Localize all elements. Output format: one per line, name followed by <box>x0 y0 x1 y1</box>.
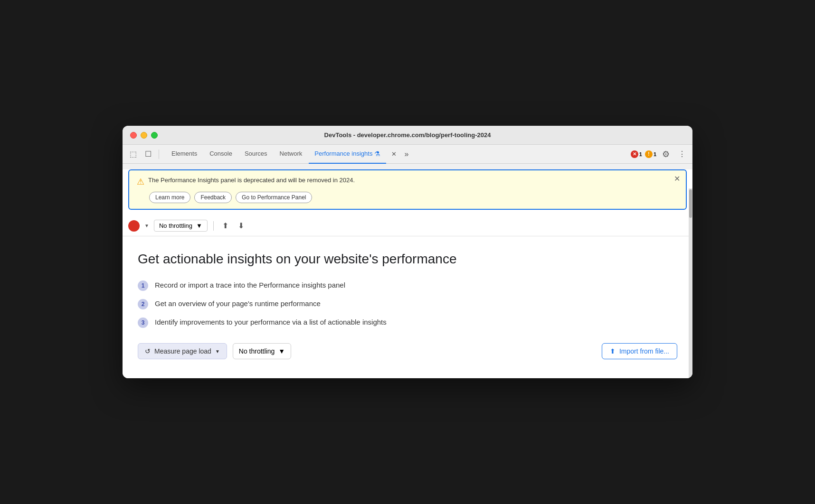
refresh-icon: ↺ <box>145 347 151 355</box>
tab-network[interactable]: Network <box>274 145 308 164</box>
learn-more-button[interactable]: Learn more <box>149 192 190 203</box>
separator <box>159 149 159 159</box>
record-button[interactable] <box>128 220 140 232</box>
devtools-body: ⚠ The Performance Insights panel is depr… <box>123 169 692 378</box>
steps-list: 1 Record or import a trace into the Perf… <box>138 280 677 328</box>
tab-performance-insights[interactable]: Performance insights ⚗ <box>309 145 386 164</box>
inspect-icon[interactable]: ⬚ <box>126 148 140 161</box>
toolbar-icons: ⬚ ☐ <box>126 148 161 161</box>
more-options-icon[interactable]: ⋮ <box>675 148 689 161</box>
controls-separator <box>213 221 214 231</box>
tab-bar: ⬚ ☐ Elements Console Sources Network Per… <box>123 145 692 164</box>
deprecation-message: The Performance Insights panel is deprec… <box>148 176 355 185</box>
step-text-2: Get an overview of your page's runtime p… <box>155 299 321 309</box>
record-dropdown-icon[interactable]: ▼ <box>143 222 150 229</box>
toolbar-right: ✕ 1 ! 1 ⚙ ⋮ <box>631 148 689 161</box>
banner-close-button[interactable]: ✕ <box>674 175 680 183</box>
go-to-panel-button[interactable]: Go to Performance Panel <box>236 192 312 203</box>
step-number-1: 1 <box>138 280 148 291</box>
step-number-2: 2 <box>138 299 148 309</box>
download-icon[interactable]: ⬇ <box>235 219 247 232</box>
device-icon[interactable]: ☐ <box>142 148 155 161</box>
warning-icon: ! <box>645 150 653 158</box>
banner-actions: Learn more Feedback Go to Performance Pa… <box>149 192 678 203</box>
scrollbar-thumb[interactable] <box>689 189 692 218</box>
settings-icon[interactable]: ⚙ <box>659 148 673 161</box>
close-tab-icon[interactable]: ✕ <box>387 148 400 161</box>
throttle-bottom-chevron-icon: ▼ <box>278 347 285 355</box>
warning-badge: ! 1 <box>645 150 656 158</box>
upload-arrow-icon: ⬆ <box>610 347 616 355</box>
bottom-controls: ↺ Measure page load ▼ No throttling ▼ ⬆ … <box>138 343 677 359</box>
tab-console[interactable]: Console <box>204 145 238 164</box>
upload-icon[interactable]: ⬆ <box>219 219 231 232</box>
step-item-2: 2 Get an overview of your page's runtime… <box>138 299 677 309</box>
controls-bar: ▼ No throttling ▼ ⬆ ⬇ <box>123 215 692 236</box>
devtools-content: ⚠ The Performance Insights panel is depr… <box>123 169 692 378</box>
error-icon: ✕ <box>631 150 638 158</box>
step-text-1: Record or import a trace into the Perfor… <box>155 280 345 291</box>
banner-content: ⚠ The Performance Insights panel is depr… <box>137 176 678 187</box>
import-from-file-button[interactable]: ⬆ Import from file... <box>602 343 677 359</box>
window-title: DevTools - developer.chrome.com/blog/per… <box>324 131 491 139</box>
main-content: Get actionable insights on your website'… <box>123 236 692 378</box>
throttle-dropdown-bottom[interactable]: No throttling ▼ <box>233 343 291 359</box>
step-number-3: 3 <box>138 317 148 328</box>
error-badge: ✕ 1 <box>631 150 642 158</box>
more-tabs-icon[interactable]: » <box>401 148 411 160</box>
close-button[interactable] <box>130 132 137 139</box>
titlebar: DevTools - developer.chrome.com/blog/per… <box>123 126 692 145</box>
measure-chevron-icon: ▼ <box>215 349 220 354</box>
step-text-3: Identify improvements to your performanc… <box>155 317 387 328</box>
warning-triangle-icon: ⚠ <box>137 177 144 187</box>
deprecation-banner: ⚠ The Performance Insights panel is depr… <box>128 169 687 210</box>
devtools-window: DevTools - developer.chrome.com/blog/per… <box>123 126 692 378</box>
scrollbar[interactable] <box>689 188 692 378</box>
tab-elements[interactable]: Elements <box>166 145 203 164</box>
traffic-lights <box>130 132 158 139</box>
throttle-dropdown[interactable]: No throttling ▼ <box>154 220 208 232</box>
minimize-button[interactable] <box>141 132 147 139</box>
step-item-3: 3 Identify improvements to your performa… <box>138 317 677 328</box>
flask-icon: ⚗ <box>374 150 380 158</box>
maximize-button[interactable] <box>151 132 158 139</box>
feedback-button[interactable]: Feedback <box>194 192 232 203</box>
measure-page-load-button[interactable]: ↺ Measure page load ▼ <box>138 343 227 359</box>
main-heading: Get actionable insights on your website'… <box>138 252 677 267</box>
tab-sources[interactable]: Sources <box>239 145 273 164</box>
throttle-chevron-icon: ▼ <box>196 222 202 229</box>
step-item-1: 1 Record or import a trace into the Perf… <box>138 280 677 291</box>
